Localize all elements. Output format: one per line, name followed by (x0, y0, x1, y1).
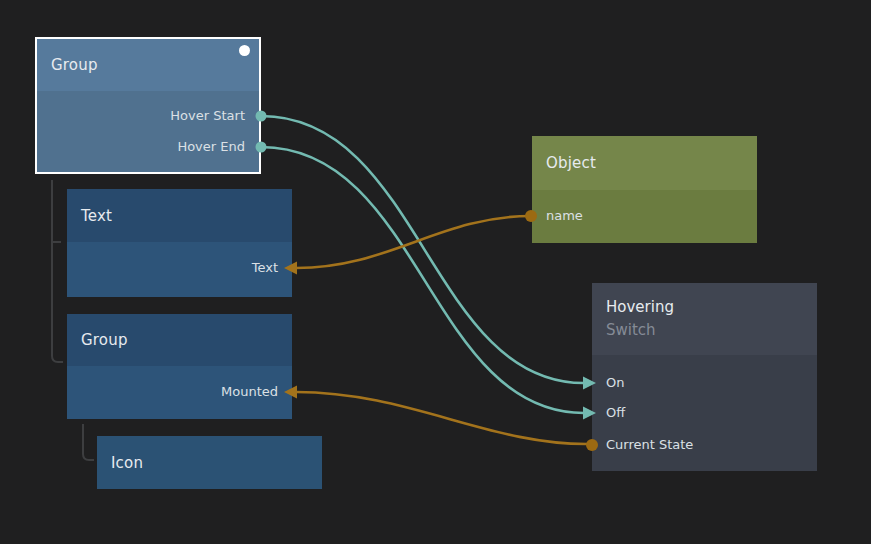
node-title: Object (546, 154, 596, 172)
port-hover-start[interactable]: Hover Start (51, 106, 245, 126)
node-title: Hovering (606, 296, 803, 319)
port-label: name (546, 208, 583, 223)
hierarchy-line (83, 424, 94, 460)
node-group-root[interactable]: Group Hover Start Hover End (35, 37, 261, 174)
port-label: Off (606, 405, 625, 420)
hierarchy-line (52, 180, 63, 362)
node-group-child[interactable]: Group Mounted (67, 314, 292, 419)
node-header: Text (67, 189, 292, 242)
port-name[interactable]: name (546, 206, 743, 226)
node-header: Hovering Switch (592, 283, 817, 355)
node-header: Icon (97, 436, 322, 489)
node-title: Icon (111, 454, 143, 472)
node-header: Group (67, 314, 292, 366)
node-title: Group (81, 331, 128, 349)
selection-indicator-dot (239, 45, 250, 56)
port-label: Mounted (221, 384, 278, 399)
node-object[interactable]: Object name (532, 136, 757, 243)
port-hover-end[interactable]: Hover End (51, 137, 245, 157)
node-header: Group (37, 39, 259, 91)
node-subtitle: Switch (606, 319, 803, 342)
node-text[interactable]: Text Text (67, 189, 292, 297)
port-off[interactable]: Off (606, 403, 803, 423)
port-label: Hover End (177, 139, 245, 154)
port-text[interactable]: Text (81, 258, 278, 278)
port-label: Current State (606, 437, 693, 452)
node-title: Group (51, 56, 98, 74)
node-title: Text (81, 207, 112, 225)
port-mounted[interactable]: Mounted (81, 382, 278, 402)
port-current-state[interactable]: Current State (606, 435, 803, 455)
port-label: Text (252, 260, 278, 275)
port-label: Hover Start (170, 108, 245, 123)
port-label: On (606, 375, 624, 390)
node-header: Object (532, 136, 757, 190)
node-graph-canvas[interactable]: Group Hover Start Hover End Text Text Gr… (0, 0, 871, 544)
node-body (37, 91, 259, 172)
node-icon[interactable]: Icon (97, 436, 322, 489)
port-on[interactable]: On (606, 373, 803, 393)
node-hovering-switch[interactable]: Hovering Switch On Off Current State (592, 283, 817, 471)
